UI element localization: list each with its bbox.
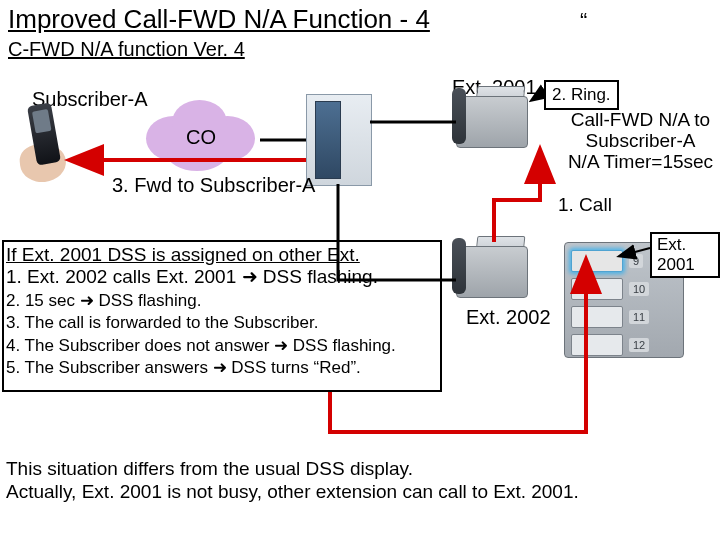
call-step-label: 1. Call	[558, 194, 612, 216]
note-line-1: This situation differs from the usual DS…	[6, 458, 413, 479]
dss-num-11: 11	[629, 310, 649, 324]
dss-num-12: 12	[629, 338, 649, 352]
phone-ext-2001	[456, 92, 534, 154]
cfwd-line1: Call-FWD N/A to	[558, 110, 720, 131]
co-label: CO	[186, 126, 216, 149]
scenario-step-4: 4. The Subscriber does not answer ➜ DSS …	[6, 336, 396, 355]
fwd-step-label: 3. Fwd to Subscriber-A	[112, 174, 315, 197]
dss-key-12	[571, 334, 623, 356]
note-line-2: Actually, Ext. 2001 is not busy, other e…	[6, 481, 579, 502]
stray-quote: “	[580, 8, 587, 34]
scenario-step-2: 2. 15 sec ➜ DSS flashing.	[6, 291, 201, 310]
subtitle: C-FWD N/A function Ver. 4	[8, 38, 245, 61]
cfwd-line3: N/A Timer=15sec	[558, 152, 720, 173]
scenario-step-5: 5. The Subscriber answers ➜ DSS turns “R…	[6, 358, 361, 377]
dss-ext-bubble: Ext. 2001	[650, 232, 720, 278]
scenario-step-1: 1. Ext. 2002 calls Ext. 2001 ➜ DSS flash…	[6, 266, 378, 287]
subscriber-mobile-icon	[18, 108, 78, 192]
scenario-step-3: 3. The call is forwarded to the Subscrib…	[6, 313, 318, 332]
dss-num-10: 10	[629, 282, 649, 296]
pbx-icon	[306, 94, 372, 186]
ring-step-box: 2. Ring.	[544, 80, 619, 110]
scenario-heading: If Ext. 2001 DSS is assigned on other Ex…	[6, 244, 360, 265]
phone-ext-2002	[456, 242, 534, 304]
dss-key-11	[571, 306, 623, 328]
dss-scenario-text: If Ext. 2001 DSS is assigned on other Ex…	[6, 244, 442, 378]
dss-key-9	[571, 250, 623, 272]
cfwd-info: Call-FWD N/A to Subscriber-A N/A Timer=1…	[558, 110, 720, 173]
cfwd-line2: Subscriber-A	[558, 131, 720, 152]
dss-num-9: 9	[629, 254, 643, 268]
page-title: Improved Call-FWD N/A Function - 4	[8, 4, 430, 35]
note-text: This situation differs from the usual DS…	[6, 458, 579, 504]
ext-2002-label: Ext. 2002	[466, 306, 551, 329]
dss-key-10	[571, 278, 623, 300]
